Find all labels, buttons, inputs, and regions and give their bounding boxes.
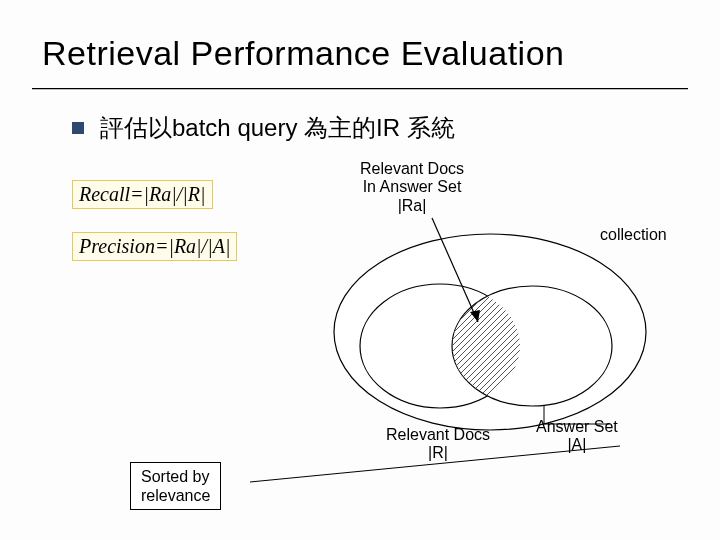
ra-label-line3: |Ra|	[398, 197, 427, 214]
venn-diagram: Relevant Docs In Answer Set |Ra| collect…	[320, 160, 700, 490]
sorted-line1: Sorted by	[141, 468, 209, 485]
bullet-item: 評估以batch query 為主的IR 系統	[72, 112, 455, 144]
slide: Retrieval Performance Evaluation 評估以batc…	[0, 0, 720, 540]
sorted-by-relevance-box: Sorted by relevance	[130, 462, 221, 510]
precision-formula: Precision=|Ra|/|A|	[72, 232, 237, 261]
collection-label: collection	[600, 226, 667, 244]
square-bullet-icon	[72, 122, 84, 134]
page-title: Retrieval Performance Evaluation	[42, 34, 564, 73]
relevant-label-line2: |R|	[428, 444, 448, 461]
relevant-label: Relevant Docs |R|	[386, 426, 490, 463]
relevant-label-line1: Relevant Docs	[386, 426, 490, 443]
answer-label-line2: |A|	[567, 436, 586, 453]
answer-label-line1: Answer Set	[536, 418, 618, 435]
bullet-text: 評估以batch query 為主的IR 系統	[100, 112, 455, 144]
ra-label-line1: Relevant Docs	[360, 160, 464, 177]
ra-label: Relevant Docs In Answer Set |Ra|	[360, 160, 464, 215]
title-underline	[32, 88, 688, 89]
recall-formula: Recall=|Ra|/|R|	[72, 180, 213, 209]
ra-label-line2: In Answer Set	[363, 178, 462, 195]
sorted-line2: relevance	[141, 487, 210, 504]
answer-label: Answer Set |A|	[536, 418, 618, 455]
